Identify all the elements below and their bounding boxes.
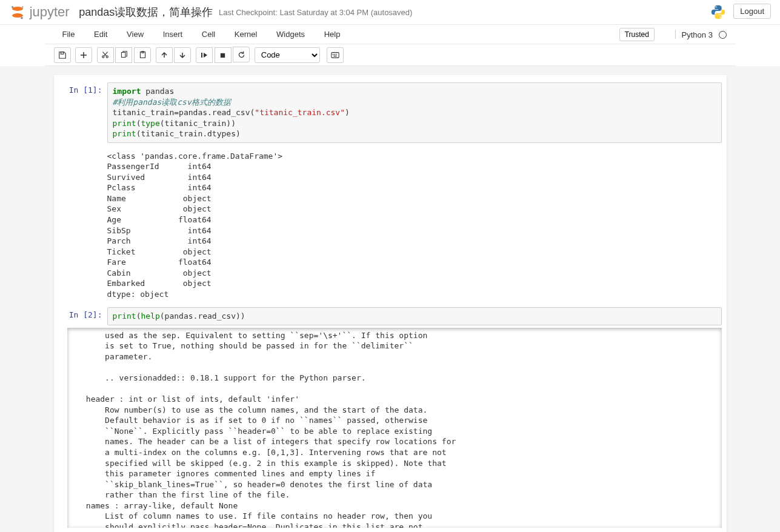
trusted-indicator[interactable]: Trusted [619,28,655,41]
svg-rect-18 [336,54,337,55]
svg-point-6 [719,16,721,18]
restart-button[interactable] [233,47,250,62]
cell-type-select[interactable]: Code [255,47,320,63]
notebook-container: In [1]: import pandas #利用pandas读取csv格式的数… [54,75,727,532]
svg-rect-17 [335,54,336,55]
svg-rect-15 [332,52,339,58]
output-text-scroll[interactable]: used as the sep. Equivalent to setting `… [67,328,722,528]
svg-rect-13 [201,53,202,58]
svg-rect-14 [221,53,225,57]
code-input[interactable]: print(help(pandas.read_csv)) [107,307,722,325]
toolbar: Code [45,44,736,66]
menubar: File Edit View Insert Cell Kernel Widget… [45,25,736,44]
svg-rect-7 [61,52,63,54]
paste-button[interactable] [134,47,151,63]
svg-point-0 [12,7,23,11]
code-cell[interactable]: In [2]: print(help(pandas.read_csv)) [54,305,727,328]
menu-widgets[interactable]: Widgets [268,25,313,44]
move-up-button[interactable] [156,47,173,63]
notebook-area: In [1]: import pandas #利用pandas读取csv格式的数… [0,66,780,532]
input-prompt: In [1]: [59,82,107,143]
output-prompt [59,328,67,528]
output-cell: used as the sep. Equivalent to setting `… [54,328,727,528]
menu-edit[interactable]: Edit [85,25,116,44]
notebook-header: jupyter pandas读取数据，简单操作 Last Checkpoint:… [0,0,780,25]
svg-rect-10 [121,52,125,57]
copy-button[interactable] [115,47,132,63]
code-input[interactable]: import pandas #利用pandas读取csv格式的数据 titani… [107,82,722,143]
output-prompt [59,148,107,303]
checkpoint-status: Last Checkpoint: Last Saturday at 3:04 P… [219,8,412,17]
command-palette-button[interactable] [327,47,344,63]
menu-view[interactable]: View [118,25,152,44]
output-cell: <class 'pandas.core.frame.DataFrame'> Pa… [54,145,727,305]
menu-file[interactable]: File [54,25,84,44]
notebook-name[interactable]: pandas读取数据，简单操作 [79,6,213,18]
jupyter-logo[interactable] [9,4,26,21]
svg-rect-16 [333,54,334,55]
interrupt-button[interactable] [215,47,232,63]
python-logo-icon [710,4,727,21]
code-cell[interactable]: In [1]: import pandas #利用pandas读取csv格式的数… [54,80,727,145]
logout-button[interactable]: Logout [733,4,771,19]
menu-insert[interactable]: Insert [155,25,192,44]
svg-point-1 [12,13,23,18]
kernel-idle-icon [719,31,727,39]
menu-cell[interactable]: Cell [193,25,224,44]
run-button[interactable] [196,47,213,63]
svg-point-4 [21,17,23,19]
cut-button[interactable] [97,47,114,63]
svg-point-5 [715,7,716,8]
jupyter-brand-text[interactable]: jupyter [30,4,70,19]
menu-kernel[interactable]: Kernel [226,25,266,44]
svg-point-3 [22,6,23,7]
svg-point-2 [12,6,13,8]
add-cell-button[interactable] [75,47,92,63]
svg-rect-19 [334,55,337,56]
menu-help[interactable]: Help [316,25,349,44]
save-button[interactable] [54,47,71,63]
move-down-button[interactable] [174,47,191,63]
input-prompt: In [2]: [59,307,107,325]
output-text: <class 'pandas.core.frame.DataFrame'> Pa… [107,148,722,303]
kernel-name[interactable]: Python 3 [682,30,713,39]
